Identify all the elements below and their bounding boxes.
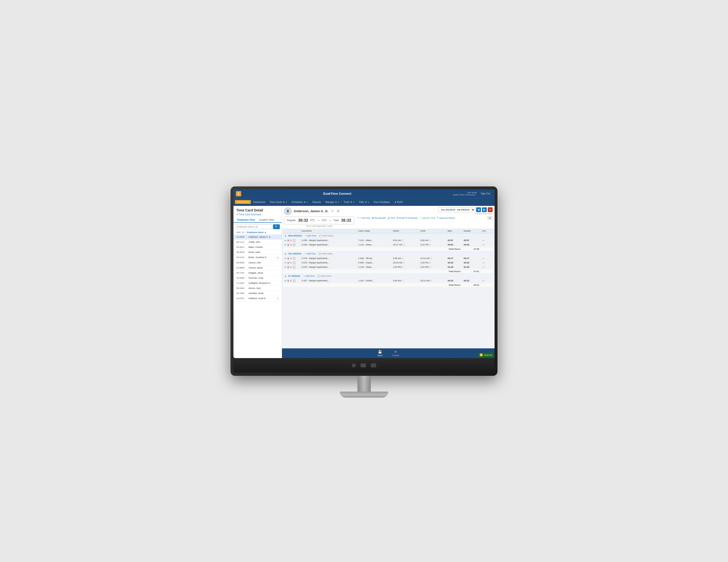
- guide-me-button[interactable]: E Guide Me: [478, 353, 494, 357]
- day-add-time[interactable]: + Add Time: [305, 234, 316, 237]
- sort-by-name[interactable]: Employee Name ▲: [247, 231, 266, 233]
- delete-icon[interactable]: 🗑: [287, 266, 290, 268]
- edit-icon[interactable]: ✏: [284, 257, 286, 260]
- date-range-select[interactable]: Sun 3/31/2019 - Sat 4/6/2019: [438, 207, 475, 212]
- view-toggle-button[interactable]: ⊞: [487, 216, 493, 220]
- search-input[interactable]: [235, 224, 272, 229]
- edit-icon[interactable]: ✏: [284, 239, 286, 242]
- list-item[interactable]: 20-6548Anderson, James A. Jr.: [233, 234, 282, 239]
- approve-button[interactable]: ✓ Approve Time: [419, 216, 436, 219]
- time-card-summary-link[interactable]: ↺ Time Card Summary: [233, 213, 282, 217]
- edit-icon[interactable]: ✏: [284, 279, 286, 282]
- refresh-icon[interactable]: ↻: [290, 257, 292, 260]
- copy-icon[interactable]: 📋: [293, 243, 296, 246]
- delete-icon[interactable]: 🗑: [287, 243, 290, 246]
- nav-help[interactable]: Help ▼: [357, 200, 371, 204]
- recalculate-button[interactable]: ⊞ Recalculate: [372, 216, 386, 219]
- cell-stop: 9:59 AM ⓘ: [419, 238, 446, 242]
- day-add-time[interactable]: + Add Time: [304, 275, 314, 277]
- prev-period-button[interactable]: ◀: [476, 207, 481, 212]
- delete-icon[interactable]: 🗑: [287, 261, 290, 264]
- refresh-icon[interactable]: ↻: [290, 279, 292, 282]
- refresh-icon[interactable]: ↻: [290, 239, 292, 242]
- nav-dashboard[interactable]: Dashboard: [251, 200, 267, 204]
- start-info-icon[interactable]: ⓘ: [402, 266, 404, 268]
- nav-timecards[interactable]: Time Cards ▼: [267, 200, 289, 204]
- add-time-button[interactable]: + + Add Time: [357, 216, 370, 219]
- list-item[interactable]: 30-8526Booth, Mark: [233, 250, 282, 255]
- day-collapse-icon[interactable]: ▲: [284, 275, 287, 277]
- list-item[interactable]: 00-1111Avella, John: [233, 239, 282, 245]
- total-label: Total Hours: [283, 269, 462, 273]
- cancel-button[interactable]: ✕ Cancel: [392, 350, 399, 357]
- approval-history-button[interactable]: ? Approval History: [437, 216, 455, 219]
- stop-info-icon[interactable]: ⓘ: [429, 244, 431, 246]
- edit-icon[interactable]: ✏: [284, 266, 286, 268]
- list-item[interactable]: 40-5751Hubbard, Scott M⚠: [233, 296, 282, 301]
- copy-icon[interactable]: 📋: [293, 239, 296, 242]
- monitor-plus-btn[interactable]: +: [361, 364, 366, 367]
- list-item[interactable]: 50-6585Carson, Alan: [233, 260, 282, 265]
- monitor-minus-btn[interactable]: −: [371, 364, 376, 367]
- cell-start: 5:56 AM ⓘ: [391, 256, 419, 260]
- edit-icon[interactable]: ✏: [284, 243, 286, 246]
- stop-info-icon[interactable]: ⓘ: [429, 266, 431, 268]
- monitor-power-btn[interactable]: [352, 364, 356, 367]
- nav-tools[interactable]: Tools ▼: [342, 200, 356, 204]
- delete-icon[interactable]: 🗑: [287, 279, 290, 282]
- stop-info-icon[interactable]: ⓘ: [430, 257, 432, 259]
- sort-by-id[interactable]: ID ↕: [242, 231, 246, 233]
- clock-inout-button[interactable]: Clock In/Out: [235, 200, 251, 204]
- refresh-icon[interactable]: ↻: [290, 243, 292, 246]
- list-item[interactable]: 40-7695Hamilton, Noah: [233, 291, 282, 296]
- nav-feedback[interactable]: Give Feedback: [372, 200, 392, 204]
- list-item[interactable]: 50-4612Baker, Charles: [233, 245, 282, 250]
- edit-icon[interactable]: ✏: [284, 261, 286, 264]
- copy-icon[interactable]: 📋: [293, 257, 296, 260]
- day-field-notes[interactable]: 📋 Field Notes: [317, 275, 331, 277]
- day-field-notes[interactable]: 📋 Field Notes: [319, 234, 333, 237]
- tab-location-view[interactable]: Location View: [257, 217, 276, 222]
- refresh-icon[interactable]: ↻: [290, 266, 292, 268]
- start-info-icon[interactable]: ⓘ: [402, 257, 404, 259]
- refresh-icon[interactable]: ↻: [290, 261, 292, 264]
- print-button[interactable]: 🖨 Print: [387, 216, 395, 219]
- list-item[interactable]: 11-2222Gallagher, Benjamin D: [233, 280, 282, 286]
- list-item[interactable]: 20-8888Chavez, Bryan: [233, 265, 282, 270]
- nav-refer[interactable]: ★ Refer: [392, 200, 405, 204]
- copy-icon[interactable]: 📋: [293, 266, 296, 268]
- email-button[interactable]: ✉ Email To Employee: [397, 216, 418, 219]
- list-item[interactable]: 40-6666Freeman, Andy: [233, 275, 282, 280]
- list-item[interactable]: 50-4444Garcia, Jose: [233, 286, 282, 291]
- nav-schedules[interactable]: Schedules ▼: [290, 200, 310, 204]
- next-period-button[interactable]: ▶: [482, 207, 487, 212]
- stop-info-icon[interactable]: ⓘ: [429, 239, 431, 241]
- start-info-icon[interactable]: ⓘ: [402, 239, 404, 241]
- day-add-time[interactable]: + Add Time: [305, 252, 316, 255]
- day-collapse-icon[interactable]: ▲: [284, 234, 287, 237]
- sign-out-button[interactable]: Sign Out: [479, 191, 492, 196]
- emp-link-icon[interactable]: 🔗: [337, 210, 339, 212]
- start-info-icon[interactable]: ⓘ: [402, 279, 404, 282]
- delete-icon[interactable]: 🗑: [287, 257, 290, 260]
- day-collapse-icon[interactable]: ▲: [284, 252, 287, 255]
- nav-reports[interactable]: Reports: [311, 200, 323, 204]
- delete-period-button[interactable]: ✕: [488, 207, 493, 212]
- stop-info-icon[interactable]: ⓘ: [430, 279, 432, 282]
- search-button[interactable]: 🔍: [273, 224, 280, 229]
- delete-icon[interactable]: 🗑: [287, 239, 290, 242]
- start-info-icon[interactable]: ⓘ: [403, 244, 405, 246]
- emp-info-icon[interactable]: ⓘ: [331, 209, 334, 213]
- save-button[interactable]: 💾 Save: [378, 350, 383, 357]
- stop-info-icon[interactable]: ⓘ: [429, 262, 431, 264]
- list-item[interactable]: 20-5141Burke, Jonathan E⚠: [233, 255, 282, 260]
- day-field-notes[interactable]: 📋 Field Notes: [318, 252, 333, 255]
- tab-employee-view[interactable]: Employee View: [235, 217, 257, 223]
- sort-row: Sort: ID ↕ Employee Name ▲: [233, 230, 282, 234]
- total-label: Total:: [333, 219, 339, 222]
- list-item[interactable]: 40-2781Doggett, Jesse: [233, 270, 282, 275]
- copy-icon[interactable]: 📋: [293, 261, 296, 264]
- nav-manage[interactable]: Manage ▼: [323, 200, 341, 204]
- start-info-icon[interactable]: ⓘ: [403, 262, 405, 264]
- copy-icon[interactable]: 📋: [293, 279, 296, 282]
